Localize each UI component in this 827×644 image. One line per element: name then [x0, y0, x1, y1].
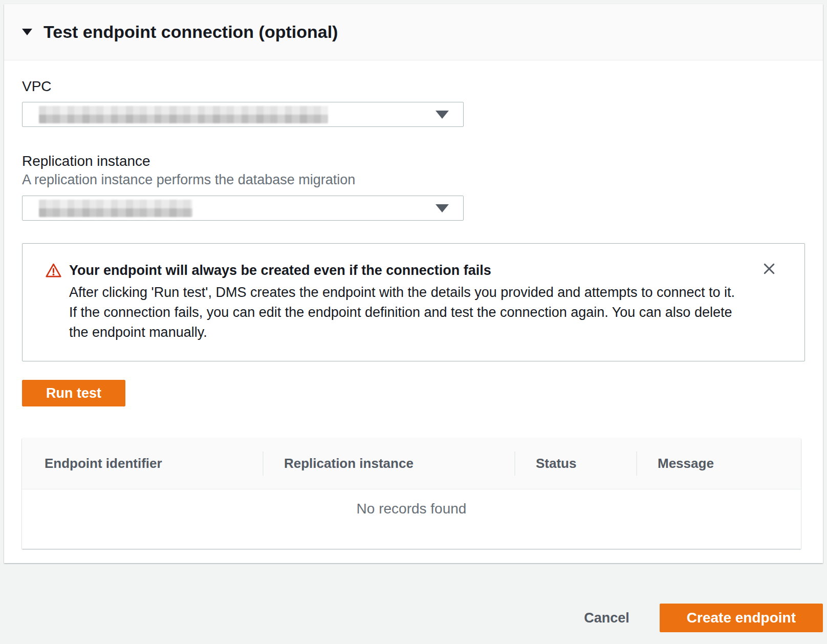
run-test-button[interactable]: Run test	[22, 380, 125, 406]
column-header-replication-instance: Replication instance	[263, 438, 514, 489]
replication-instance-select[interactable]	[22, 196, 464, 221]
dropdown-arrow-icon	[436, 204, 449, 212]
column-header-message: Message	[636, 438, 801, 489]
alert-body: After clicking 'Run test', DMS creates t…	[69, 283, 737, 342]
page: { "colors": { "accent_orange": "#ec7211"…	[0, 0, 827, 644]
vpc-field-group: VPC	[22, 78, 805, 127]
alert-title: Your endpoint will always be created eve…	[69, 261, 737, 280]
dropdown-arrow-icon	[436, 111, 449, 119]
replication-instance-selected-value-redacted	[39, 200, 192, 217]
cancel-button[interactable]: Cancel	[584, 610, 629, 626]
form-actions-footer: Cancel Create endpoint	[0, 563, 827, 632]
close-icon	[761, 261, 777, 276]
warning-triangle-icon	[45, 262, 62, 279]
vpc-selected-value-redacted	[39, 106, 328, 123]
section-title: Test endpoint connection (optional)	[43, 22, 338, 42]
caret-down-icon	[22, 29, 32, 35]
vpc-select[interactable]	[22, 102, 464, 127]
section-header-toggle[interactable]: Test endpoint connection (optional)	[4, 4, 823, 60]
replication-instance-label: Replication instance	[22, 153, 805, 169]
table-empty-message: No records found	[22, 489, 801, 549]
alert-close-button[interactable]	[760, 260, 778, 277]
connection-warning-alert: Your endpoint will always be created eve…	[22, 243, 805, 361]
vpc-label: VPC	[22, 78, 805, 95]
column-header-endpoint-identifier: Endpoint identifier	[22, 438, 263, 489]
replication-instance-description: A replication instance performs the data…	[22, 171, 805, 188]
test-endpoint-connection-panel: Test endpoint connection (optional) VPC …	[4, 4, 823, 563]
section-content: VPC Replication instance A replication i…	[4, 60, 823, 549]
test-results-table: Endpoint identifier Replication instance…	[22, 438, 801, 549]
alert-content: Your endpoint will always be created eve…	[69, 261, 737, 342]
table-header-row: Endpoint identifier Replication instance…	[22, 438, 801, 489]
create-endpoint-button[interactable]: Create endpoint	[660, 604, 823, 632]
column-header-status: Status	[514, 438, 636, 489]
replication-instance-field-group: Replication instance A replication insta…	[22, 153, 805, 221]
